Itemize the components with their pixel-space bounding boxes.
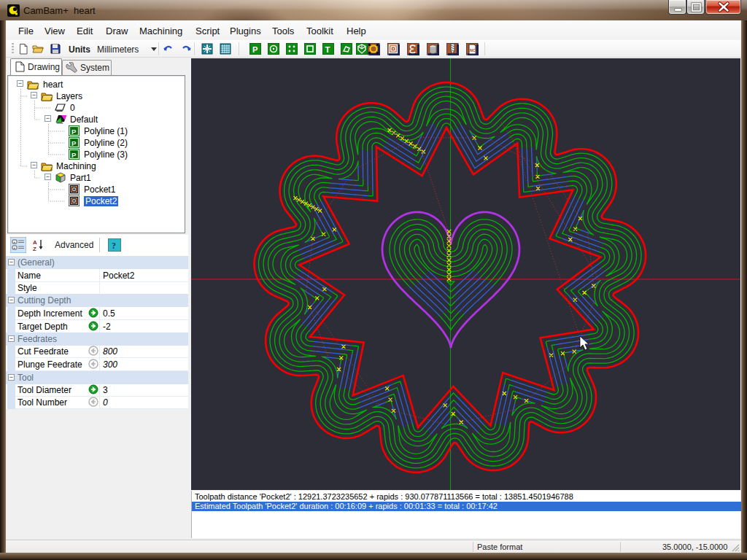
svg-text:+: + <box>13 246 15 250</box>
svg-text:+: + <box>13 240 15 244</box>
svg-text:P: P <box>252 45 258 54</box>
svg-text:Z: Z <box>33 246 36 252</box>
svg-text:A: A <box>33 239 37 246</box>
svg-text:P: P <box>71 128 77 136</box>
svg-text:NC: NC <box>470 48 476 52</box>
svg-text:T: T <box>325 45 330 54</box>
svg-text:?: ? <box>112 241 116 251</box>
svg-text:P: P <box>71 151 77 159</box>
svg-text:P: P <box>71 139 77 147</box>
